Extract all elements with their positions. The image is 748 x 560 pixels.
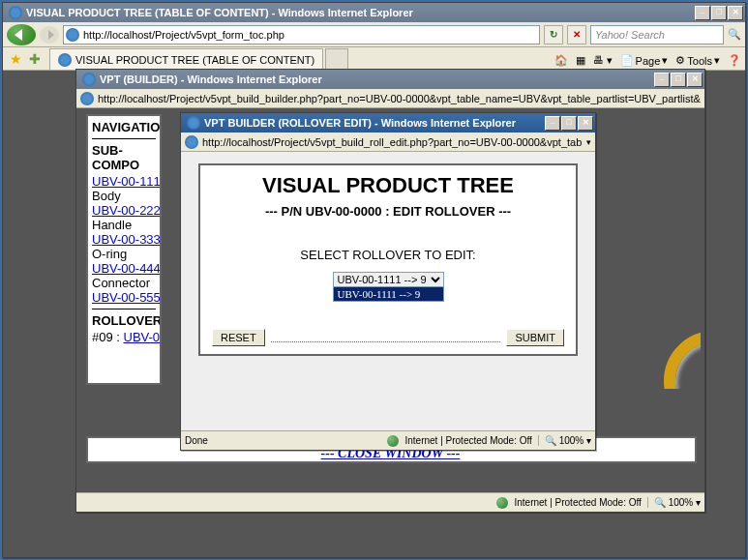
add-favorite-icon[interactable]: ✚	[26, 50, 44, 68]
zoom-control[interactable]: 🔍 100% ▾	[647, 497, 701, 508]
minimize-button[interactable]	[545, 116, 560, 131]
popup-content: VISUAL PRODUCT TREE --- P/N UBV-00-0000 …	[181, 152, 595, 430]
select-label: SELECT ROLLOVER TO EDIT:	[208, 248, 568, 262]
refresh-button[interactable]: ↻	[544, 25, 563, 44]
rollover-prefix: #09 :	[92, 330, 124, 344]
rollover-heading: ROLLOVER	[92, 313, 156, 328]
subcomponents-heading: SUB-COMPO	[92, 143, 156, 172]
close-button[interactable]	[578, 116, 593, 131]
tabbar: ★ ✚ VISUAL PRODUCT TREE (TABLE OF CONTEN…	[3, 47, 745, 71]
minimize-button[interactable]	[695, 6, 710, 20]
select-highlighted-option[interactable]: UBV-00-1111 --> 9	[333, 287, 444, 302]
part-link[interactable]: UBV-00-2222	[92, 203, 162, 218]
page-icon	[185, 135, 198, 149]
ring-graphic	[652, 331, 701, 389]
builder-url[interactable]	[98, 93, 701, 104]
rollover-link[interactable]: UBV-00	[124, 330, 162, 344]
builder-titlebar[interactable]: VPT (BUILDER) - Windows Internet Explore…	[76, 70, 704, 89]
nav-heading: NAVIGATIO	[92, 120, 156, 134]
panel-heading: VISUAL PRODUCT TREE	[208, 173, 568, 198]
new-tab-button[interactable]	[325, 48, 348, 70]
part-desc: Handle	[92, 218, 132, 232]
close-button[interactable]	[728, 6, 743, 20]
main-titlebar[interactable]: VISUAL PRODUCT TREE (TABLE OF CONTENT) -…	[3, 3, 745, 22]
tab-label: VISUAL PRODUCT TREE (TABLE OF CONTENT)	[75, 54, 314, 66]
builder-title: VPT (BUILDER) - Windows Internet Explore…	[100, 74, 654, 85]
maximize-button[interactable]	[671, 73, 686, 87]
main-toolbar: ↻ ✕ Yahoo! Search 🔍	[3, 22, 745, 47]
part-desc: Body	[92, 189, 121, 203]
zone-icon	[496, 497, 508, 509]
url-input[interactable]	[83, 29, 537, 41]
popup-titlebar[interactable]: VPT BUILDER (ROLLOVER EDIT) - Windows In…	[181, 113, 595, 133]
form-divider	[271, 329, 501, 342]
part-link[interactable]: UBV-00-5555	[92, 290, 162, 305]
back-button[interactable]	[7, 24, 36, 45]
part-desc: O-ring	[92, 247, 127, 261]
rollover-select[interactable]: UBV-00-1111 --> 9	[333, 272, 444, 287]
address-bar[interactable]	[63, 25, 540, 44]
help-button[interactable]: ❓	[728, 54, 741, 67]
part-link[interactable]: UBV-00-1111	[92, 174, 162, 189]
favorites-star-icon[interactable]: ★	[7, 50, 24, 68]
panel-subheading: --- P/N UBV-00-0000 : EDIT ROLLOVER ---	[208, 204, 568, 219]
page-icon	[66, 28, 79, 42]
navigation-sidebar: NAVIGATIO SUB-COMPO UBV-00-1111 Body UBV…	[86, 114, 162, 385]
tools-menu[interactable]: ⚙ Tools ▾	[675, 54, 720, 67]
forward-button[interactable]	[40, 26, 59, 44]
stop-button[interactable]: ✕	[567, 25, 586, 44]
popup-title: VPT BUILDER (ROLLOVER EDIT) - Windows In…	[204, 117, 545, 129]
search-button[interactable]: 🔍	[728, 28, 741, 42]
print-button[interactable]: 🖶 ▾	[593, 54, 613, 67]
home-button[interactable]: 🏠	[554, 54, 568, 67]
tab-active[interactable]: VISUAL PRODUCT TREE (TABLE OF CONTENT)	[49, 48, 323, 70]
builder-statusbar: Internet | Protected Mode: Off 🔍 100% ▾	[76, 492, 704, 512]
page-menu[interactable]: 📄 Page ▾	[620, 54, 669, 67]
search-input[interactable]: Yahoo! Search	[590, 25, 724, 44]
ie-icon	[187, 116, 200, 130]
close-button[interactable]	[687, 73, 703, 87]
status-text: Internet | Protected Mode: Off	[404, 435, 531, 446]
ie-icon	[82, 73, 96, 86]
zone-icon	[387, 435, 399, 447]
main-title: VISUAL PRODUCT TREE (TABLE OF CONTENT) -…	[26, 7, 695, 18]
ie-icon	[9, 6, 22, 19]
popup-url[interactable]	[202, 136, 583, 148]
part-desc: Connector	[92, 276, 150, 290]
feeds-button[interactable]: ▦	[576, 54, 585, 67]
status-done: Done	[185, 435, 208, 446]
popup-toolbar: ▾	[181, 133, 595, 152]
page-icon	[80, 92, 94, 105]
maximize-button[interactable]	[561, 116, 577, 131]
tab-page-icon	[58, 53, 72, 67]
minimize-button[interactable]	[654, 73, 670, 87]
zoom-control[interactable]: 🔍 100% ▾	[538, 435, 591, 446]
popup-statusbar: Done Internet | Protected Mode: Off 🔍 10…	[181, 430, 595, 450]
maximize-button[interactable]	[711, 6, 727, 20]
dropdown-icon[interactable]: ▾	[586, 137, 591, 147]
reset-button[interactable]: RESET	[212, 329, 265, 346]
builder-toolbar	[76, 89, 704, 108]
status-text: Internet | Protected Mode: Off	[514, 497, 641, 508]
part-link[interactable]: UBV-00-3333	[92, 232, 162, 247]
submit-button[interactable]: SUBMIT	[506, 329, 564, 346]
rollover-edit-panel: VISUAL PRODUCT TREE --- P/N UBV-00-0000 …	[198, 163, 578, 356]
part-link[interactable]: UBV-00-4444	[92, 261, 162, 276]
